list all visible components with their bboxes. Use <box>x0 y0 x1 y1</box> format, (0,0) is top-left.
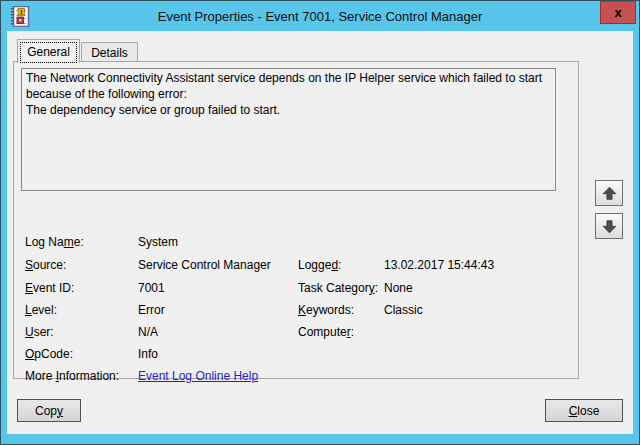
dialog-title: Event Properties - Event 7001, Service C… <box>158 9 482 24</box>
event-description-box[interactable]: The Network Connectivity Assistant servi… <box>21 68 556 191</box>
value-task-category: None <box>384 281 413 296</box>
event-description-line1: The Network Connectivity Assistant servi… <box>26 70 551 102</box>
event-description-line2: The dependency service or group failed t… <box>26 102 551 118</box>
label-opcode: OpCode: <box>25 347 73 362</box>
label-more-information: More Information: <box>25 369 119 384</box>
value-opcode: Info <box>138 347 158 362</box>
event-log-online-help-link[interactable]: Event Log Online Help <box>138 369 258 384</box>
value-log-name: System <box>138 235 178 250</box>
tab-focus-rect <box>20 42 77 63</box>
copy-button[interactable]: Copy <box>17 399 81 422</box>
down-arrow-glyph <box>601 218 618 235</box>
value-level: Error <box>138 303 165 318</box>
event-log-icon <box>11 6 30 27</box>
move-down-icon[interactable] <box>595 213 623 239</box>
value-user: N/A <box>138 325 158 340</box>
label-level: Level: <box>25 303 57 318</box>
value-logged: 13.02.2017 15:44:43 <box>384 258 494 273</box>
general-tab-page: The Network Connectivity Assistant servi… <box>13 61 579 379</box>
tab-general[interactable]: General <box>17 39 80 63</box>
value-source: Service Control Manager <box>138 258 271 273</box>
title-bar[interactable]: Event Properties - Event 7001, Service C… <box>1 1 639 31</box>
tab-details[interactable]: Details <box>81 42 138 63</box>
tab-details-label: Details <box>91 46 128 60</box>
label-keywords: Keywords: <box>298 303 354 318</box>
label-computer: Computer: <box>298 325 354 340</box>
close-icon[interactable]: x <box>600 1 636 24</box>
copy-button-label: Copy <box>35 404 63 418</box>
label-task-category: Task Category: <box>298 281 378 296</box>
event-properties-dialog: Event Properties - Event 7001, Service C… <box>0 0 640 445</box>
close-button-label: Close <box>569 404 600 418</box>
label-event-id: Event ID: <box>25 281 74 296</box>
label-log-name: Log Name: <box>25 235 84 250</box>
up-arrow-glyph <box>601 185 618 202</box>
label-user: User: <box>25 325 54 340</box>
close-glyph: x <box>614 6 621 19</box>
label-logged: Logged: <box>298 258 341 273</box>
value-event-id: 7001 <box>138 281 165 296</box>
value-keywords: Classic <box>384 303 423 318</box>
close-button[interactable]: Close <box>545 399 623 422</box>
dialog-client-area: General Details The Network Connectivity… <box>7 31 633 434</box>
move-up-icon[interactable] <box>595 180 623 206</box>
label-source: Source: <box>25 258 66 273</box>
